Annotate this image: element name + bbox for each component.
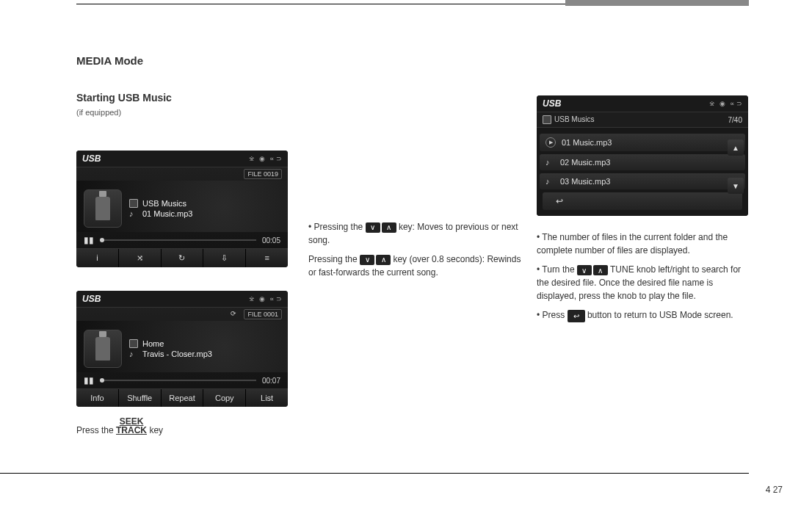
up-chip-icon: ∧ — [376, 255, 391, 265]
music-note-icon — [545, 158, 554, 167]
copy-button[interactable]: Copy — [203, 389, 246, 407]
updown-chip: ∨ ∧ — [360, 255, 391, 265]
footer-rule — [0, 473, 749, 474]
body-text: • Turn the ∨ ∧ TUNE knob left/right to s… — [537, 263, 750, 303]
section-title: MEDIA Mode — [76, 54, 289, 67]
body-text: • Pressing the ∨ ∧ key: Moves to previou… — [308, 220, 521, 247]
music-note-icon — [129, 209, 138, 218]
body-text: • The number of files in the current fol… — [537, 231, 750, 257]
device-screenshot-b: USB ※ ◉ ∝ ⊃ ⟳ FILE 0001 Home Travis - Cl… — [76, 291, 288, 407]
down-chip-icon: ∨ — [577, 265, 592, 275]
list-count: 7/40 — [728, 116, 742, 124]
device-mode-label: USB — [82, 153, 101, 164]
file-counter: FILE 0001 — [244, 309, 282, 319]
music-note-icon — [545, 177, 554, 186]
back-button[interactable]: ↩ — [543, 192, 742, 210]
bt-icon: ※ — [709, 100, 715, 107]
list-item[interactable]: 03 Music.mp3 — [540, 173, 745, 189]
folder-name: USB Musics — [554, 115, 594, 123]
text-fragment: button to return to USB Mode screen. — [587, 310, 733, 320]
pause-icon[interactable]: ▮▮ — [84, 375, 94, 385]
list-button[interactable]: ≡ — [246, 249, 288, 267]
usb-link-icon: ∝ ⊃ — [730, 100, 742, 107]
track-name: 01 Music.mp3 — [142, 209, 192, 218]
status-icons: ※ ◉ ∝ ⊃ — [249, 295, 282, 303]
up-chip-icon: ∧ — [593, 265, 608, 275]
mute-icon: ◉ — [259, 295, 265, 303]
folder-name: Home — [142, 339, 164, 348]
list-item-label: 01 Music.mp3 — [562, 138, 612, 147]
device-screenshot-a: USB ※ ◉ ∝ ⊃ FILE 0019 USB Musics 01 Musi… — [76, 151, 288, 267]
back-key-chip: ↩ — [568, 310, 585, 322]
music-note-icon — [129, 350, 138, 358]
section-tab — [565, 0, 749, 6]
down-chip-icon: ∨ — [360, 255, 374, 265]
body-text: • Press ↩ button to return to USB Mode s… — [537, 308, 750, 322]
folder-icon — [129, 199, 138, 208]
repeat-badge: ⟳ — [228, 309, 239, 319]
section-subtitle: Starting USB Music — [76, 92, 289, 104]
status-icons: ※ ◉ ∝ ⊃ — [709, 100, 742, 107]
list-item-label: 03 Music.mp3 — [560, 177, 610, 186]
copy-button[interactable]: ⇩ — [203, 249, 246, 267]
elapsed-time: 00:05 — [262, 236, 280, 245]
seek-press-line: Press the SEEK TRACK key — [76, 417, 289, 437]
repeat-button[interactable]: ↻ — [162, 249, 204, 267]
up-chip-icon: ∧ — [382, 222, 396, 233]
usb-link-icon: ∝ ⊃ — [269, 295, 282, 303]
status-icons: ※ ◉ ∝ ⊃ — [249, 155, 282, 162]
list-button[interactable]: List — [246, 389, 288, 407]
updown-chip: ∨ ∧ — [366, 222, 396, 233]
info-button[interactable]: Info — [76, 389, 119, 407]
shuffle-button[interactable]: Shuffle — [119, 389, 162, 407]
repeat-button[interactable]: Repeat — [162, 389, 204, 407]
list-item[interactable]: 02 Music.mp3 — [540, 154, 745, 170]
bt-icon: ※ — [249, 295, 255, 303]
folder-icon — [129, 339, 138, 348]
usb-link-icon: ∝ ⊃ — [269, 155, 282, 162]
down-chip-icon: ∨ — [366, 222, 380, 233]
section-desc: (if equipped) — [76, 108, 289, 117]
updown-chip: ∨ ∧ — [577, 265, 608, 275]
mute-icon: ◉ — [259, 155, 265, 162]
track-key-label: TRACK — [116, 425, 147, 435]
text-fragment: Pressing the — [308, 254, 360, 264]
text-fragment: • Pressing the — [308, 222, 366, 232]
info-button[interactable]: i — [76, 249, 119, 267]
folder-icon — [543, 115, 551, 124]
usb-drive-icon — [84, 330, 122, 368]
usb-drive-icon — [84, 189, 122, 228]
text-fragment: • Press — [537, 310, 568, 320]
scroll-down-button[interactable]: ▼ — [728, 178, 744, 194]
text-fragment: Press the — [76, 425, 116, 435]
device-mode-label: USB — [82, 294, 101, 304]
mute-icon: ◉ — [719, 100, 725, 107]
device-mode-label: USB — [543, 98, 561, 109]
text-fragment: • Turn the — [537, 264, 577, 275]
bt-icon: ※ — [249, 155, 255, 162]
elapsed-time: 00:07 — [262, 377, 280, 385]
list-item-label: 02 Music.mp3 — [560, 158, 610, 167]
pause-icon[interactable]: ▮▮ — [84, 235, 94, 245]
scroll-up-button[interactable]: ▲ — [728, 140, 744, 156]
folder-name: USB Musics — [142, 199, 186, 208]
file-counter: FILE 0019 — [244, 169, 282, 179]
page-number: 4 27 — [766, 485, 783, 495]
shuffle-button[interactable]: ⤨ — [119, 249, 162, 267]
device-screenshot-list: USB ※ ◉ ∝ ⊃ USB Musics 7/40 ▶ 01 Music.m… — [537, 95, 748, 216]
play-icon: ▶ — [545, 137, 556, 148]
body-text: Pressing the ∨ ∧ key (over 0.8 seconds):… — [308, 253, 521, 279]
track-name: Travis - Closer.mp3 — [142, 350, 212, 358]
list-item[interactable]: ▶ 01 Music.mp3 — [540, 134, 745, 151]
progress-bar[interactable] — [100, 380, 256, 381]
text-fragment: key — [149, 425, 163, 435]
progress-bar[interactable] — [100, 239, 256, 241]
